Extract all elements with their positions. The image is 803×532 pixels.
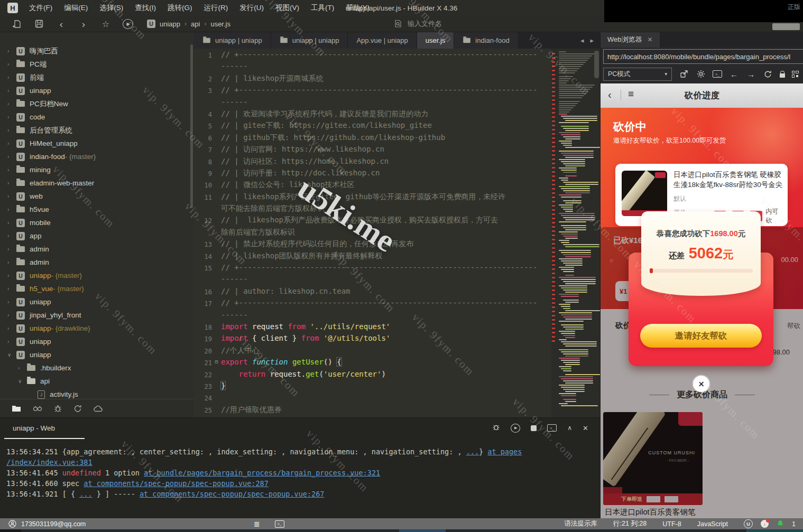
encoding-label[interactable]: UTF-8 (662, 520, 681, 528)
qrcode-icon[interactable] (792, 71, 799, 78)
sync-tab-icon[interactable] (73, 405, 82, 413)
editor-tab-indian-food[interactable]: indian-food (454, 32, 518, 49)
notification-bell-icon[interactable] (777, 520, 784, 528)
uniapp-status-icon[interactable]: U (744, 519, 753, 528)
browser-back-icon[interactable]: ← (729, 69, 739, 79)
nav-back-icon[interactable]: ‹ (56, 18, 67, 29)
menu-item-6[interactable]: 发行(U) (234, 0, 270, 16)
console-link[interactable]: ... (79, 490, 92, 498)
tree-item-后台管理系统[interactable]: ›后台管理系统 (0, 124, 194, 137)
console-link[interactable]: at components/spec-popup/spec-popup.vue:… (140, 490, 325, 498)
console-collapse-icon[interactable]: ∧ (567, 424, 572, 432)
cursor-position-label[interactable]: 行:21 列:28 (613, 519, 647, 528)
console-link[interactable]: at components/spec-popup/spec-popup.vue:… (84, 479, 269, 488)
tree-item-eladmin-web-master[interactable]: ›eladmin-web-master (0, 176, 194, 190)
explorer-tab-icon[interactable] (12, 405, 21, 412)
editor-tab-App.vue-uniapp[interactable]: App.vue | uniapp (348, 32, 417, 49)
menu-item-7[interactable]: 视图(V) (270, 0, 305, 16)
tree-item-uniapp[interactable]: ›Uuniapp - {drawkline} (0, 322, 194, 335)
console-terminal-icon[interactable]: >_ (547, 424, 557, 432)
tree-item-uniapp[interactable]: ›Uuniapp - {master} (0, 269, 194, 282)
tree-item-嗨淘巴西[interactable]: ›U嗨淘巴西 (0, 44, 194, 58)
debug-tab-icon[interactable] (54, 405, 62, 413)
language-label[interactable]: JavaScript (697, 520, 728, 528)
console-link[interactable]: /index/index.vue:381 (6, 458, 93, 466)
tree-item-mobile[interactable]: ›Umobile (0, 216, 194, 229)
tree-item-h5_vue[interactable]: ›h5_vue - {master} (0, 282, 194, 295)
tree-item-uniapp[interactable]: ›Uuniapp (0, 335, 194, 348)
editor-tab-user.js[interactable]: user.js (417, 32, 455, 49)
new-file-icon[interactable] (12, 18, 22, 29)
tab-scroll-left-icon[interactable]: ◂ (580, 36, 584, 44)
cloud-tab-icon[interactable] (94, 405, 103, 412)
tree-item-mining[interactable]: ›mining (0, 163, 194, 176)
modal-close-icon[interactable]: ✕ (693, 376, 709, 392)
tree-item-前端[interactable]: ›U前端 (0, 71, 194, 84)
menu-item-4[interactable]: 跳转(G) (162, 0, 198, 16)
console-link[interactable]: at pages (487, 447, 522, 456)
tree-item-admin[interactable]: ›admin (0, 242, 194, 256)
code-editor[interactable]: 1// +-----------------------------------… (194, 49, 551, 417)
lock-icon[interactable] (780, 73, 785, 78)
console-restart-icon[interactable]: ▶ (511, 424, 520, 433)
outline-list-icon[interactable]: ≣ (254, 520, 260, 528)
browser-console-icon[interactable]: >_ (713, 70, 722, 78)
tree-item-.hbuilderx[interactable]: ›.hbuilderx (0, 361, 194, 375)
search-tab-icon[interactable] (33, 405, 42, 412)
minimap[interactable] (556, 49, 600, 417)
browser-refresh-icon[interactable] (763, 69, 773, 79)
syntax-lib-label[interactable]: 语法提示库 (565, 519, 598, 528)
tree-item-web[interactable]: ›Uweb (0, 190, 194, 203)
menu-item-1[interactable]: 编辑(E) (58, 0, 94, 16)
tree-item-api[interactable]: ∨api (0, 375, 194, 388)
breadcrumb-item-2[interactable]: user.js (210, 20, 230, 28)
tab-scroll-right-icon[interactable]: ▸ (590, 36, 594, 44)
editor-tab-uniapp-uniapp[interactable]: uniapp | uniapp (194, 32, 271, 49)
menu-item-2[interactable]: 选择(S) (94, 0, 129, 16)
tree-item-PC归档New[interactable]: ›PC归档New (0, 97, 194, 110)
console-tab[interactable]: uniapp - Web (13, 424, 55, 432)
update-download-icon[interactable]: ↓ (761, 520, 769, 528)
device-mode-select[interactable]: PC模式 ▾ (603, 68, 672, 81)
tree-item-admin[interactable]: ›admin (0, 256, 194, 269)
tree-item-code[interactable]: ›Ucode (0, 110, 194, 124)
open-external-icon[interactable] (679, 69, 689, 79)
tree-item-PC端[interactable]: ›PC端 (0, 58, 194, 71)
browser-url-bar[interactable]: http://localhost:8080/mobile/bundle/page… (603, 49, 803, 64)
console-stop-icon[interactable] (531, 425, 537, 431)
breadcrumb-item-1[interactable]: api (191, 20, 200, 28)
tree-item-h5vue[interactable]: ›h5vue (0, 203, 194, 216)
tree-item-jinpai_yhyl_front[interactable]: ›Ujinpai_yhyl_front (0, 309, 194, 322)
status-account[interactable]: 1735031199@qq.com (8, 520, 86, 528)
tree-item-indian-food[interactable]: ›Uindian-food - {master} (0, 150, 194, 163)
menu-item-3[interactable]: 查找(I) (129, 0, 162, 16)
browser-goto-chip[interactable] (772, 23, 800, 30)
console-link[interactable]: at bundle/pages/bargain_process/bargain_… (144, 469, 380, 477)
minimap-viewport[interactable] (594, 51, 599, 78)
tree-item-uniapp[interactable]: ›Uuniapp (0, 295, 194, 309)
breadcrumb-item-0[interactable]: uniapp (160, 20, 180, 28)
sidebar-scrollbar[interactable] (190, 44, 193, 208)
nav-forward-icon[interactable]: › (78, 18, 89, 29)
tree-item-uinapp[interactable]: ›Uuinapp (0, 84, 194, 97)
tree-item-uniapp[interactable]: ∨Uuniapp (0, 348, 194, 361)
invite-friends-button[interactable]: 邀请好友帮砍 (640, 324, 762, 348)
menu-item-5[interactable]: 运行(R) (198, 0, 234, 16)
save-icon[interactable] (34, 18, 44, 29)
browser-tab[interactable]: Web浏览器 ✕ (601, 32, 660, 48)
editor-tab-uniapp-uniapp[interactable]: uniapp | uniapp (271, 32, 348, 49)
overview-ruler[interactable] (551, 32, 556, 417)
browser-tab-close-icon[interactable]: ✕ (648, 36, 653, 43)
favorite-star-icon[interactable]: ☆ (100, 18, 111, 29)
tree-item-app[interactable]: ›Uapp (0, 229, 194, 242)
file-search[interactable]: 输入文件名 (394, 16, 442, 32)
menu-item-0[interactable]: 文件(F) (23, 0, 58, 16)
tree-item-HiMeet_uniapp[interactable]: ›UHiMeet_uniapp (0, 137, 194, 150)
status-terminal-icon[interactable]: >_ (275, 520, 284, 528)
menu-item-8[interactable]: 工具(T) (305, 0, 340, 16)
browser-forward-icon[interactable]: → (746, 69, 756, 79)
console-link[interactable]: ... (466, 447, 479, 456)
run-icon[interactable]: ▶ (123, 18, 133, 29)
settings-gear-icon[interactable] (696, 69, 706, 79)
console-debug-icon[interactable] (492, 423, 500, 433)
